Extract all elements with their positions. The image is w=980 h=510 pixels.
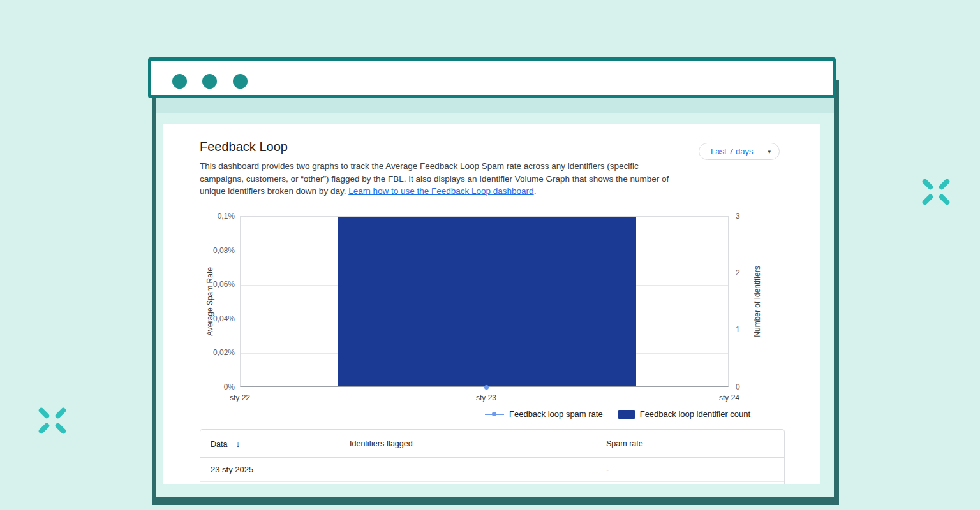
left-axis-tick: 0,06% [175, 280, 235, 289]
window-dot-icon [202, 74, 217, 89]
dashboard-description: This dashboard provides two graphs to tr… [200, 160, 678, 198]
sparkle-x-icon [921, 177, 951, 207]
sparkle-x-icon [37, 405, 68, 436]
chart-legend: Feedback loop spam rate Feedback loop id… [485, 409, 750, 419]
table-header-row: Data↓ Identifiers flagged Spam rate [200, 430, 784, 458]
identifier-count-bar [338, 217, 636, 386]
x-axis-label: sty 22 [218, 393, 262, 402]
column-header-data[interactable]: Data↓ [211, 430, 240, 458]
cell-date: 23 sty 2025 [211, 458, 253, 482]
legend-label: Feedback loop identifier count [640, 409, 750, 419]
learn-how-link[interactable]: Learn how to use the Feedback Loop dashb… [348, 186, 533, 196]
right-axis-tick: 1 [736, 325, 755, 334]
window-dot-icon [172, 74, 187, 89]
legend-item-identifier-count: Feedback loop identifier count [618, 409, 750, 419]
browser-titlebar [148, 57, 836, 98]
right-axis-tick: 0 [736, 382, 755, 391]
right-axis-title: Number of Identifiers [753, 251, 763, 353]
date-range-dropdown[interactable]: Last 7 days ▾ [699, 143, 780, 160]
right-axis-tick: 3 [736, 212, 755, 221]
sort-desc-icon: ↓ [235, 439, 240, 449]
right-axis-tick: 2 [736, 268, 755, 277]
table-row: 23 sty 2025 - [200, 458, 784, 482]
date-range-value: Last 7 days [711, 147, 754, 156]
left-axis-title: Average Spam Rate [205, 251, 216, 353]
description-period: . [534, 186, 537, 196]
window-dot-icon [233, 74, 248, 89]
feedback-loop-table: Data↓ Identifiers flagged Spam rate 23 s… [200, 429, 785, 484]
legend-label: Feedback loop spam rate [509, 409, 603, 419]
left-axis-tick: 0,02% [175, 348, 235, 357]
left-axis-tick: 0,08% [175, 246, 235, 255]
column-header-spam-rate: Spam rate [606, 430, 643, 458]
left-axis-tick: 0% [175, 382, 235, 391]
spam-rate-point [484, 385, 489, 390]
page-title: Feedback Loop [200, 140, 288, 154]
browser-toolbar-band [156, 98, 834, 113]
left-axis-tick: 0,04% [175, 314, 235, 323]
line-marker-icon [485, 412, 504, 417]
chevron-down-icon: ▾ [768, 149, 771, 155]
bar-swatch-icon [618, 410, 635, 419]
x-axis-label: sty 23 [464, 393, 509, 402]
chart-plot-area [240, 216, 729, 387]
feedback-loop-card: Feedback Loop This dashboard provides tw… [163, 124, 820, 484]
legend-item-spam-rate: Feedback loop spam rate [485, 409, 603, 419]
x-axis-label: sty 24 [707, 393, 752, 402]
cell-spam-rate: - [606, 458, 609, 482]
column-header-identifiers-flagged: Identifiers flagged [350, 430, 413, 458]
left-axis-tick: 0,1% [175, 212, 235, 221]
